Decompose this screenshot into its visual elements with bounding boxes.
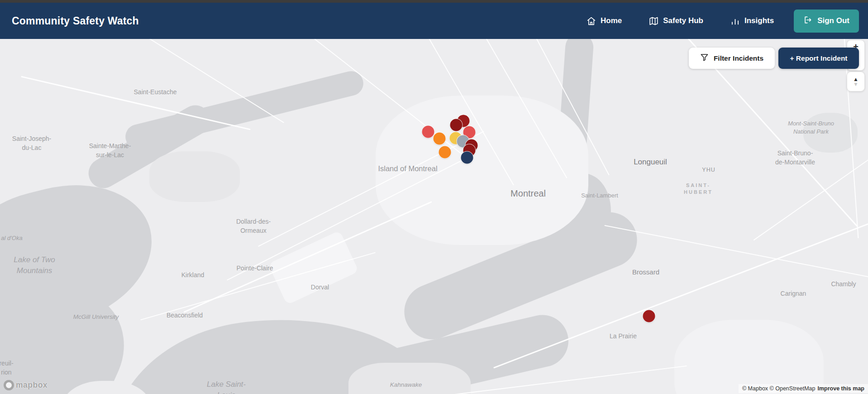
map-label-mcgill-university: McGill University	[73, 313, 119, 322]
mapbox-logo[interactable]: mapbox	[4, 380, 48, 390]
map-road	[21, 76, 250, 130]
nav-home-label: Home	[601, 16, 622, 25]
map-label-saint-hubert: SAINT-HUBERT	[684, 182, 713, 196]
report-incident-label: + Report Incident	[790, 54, 847, 62]
land-patch	[348, 363, 471, 394]
map-icon	[649, 16, 658, 26]
map-label-saint-bruno-de-montarville: Saint-Bruno-de-Montarville	[775, 149, 815, 167]
map-label-carignan: Carignan	[781, 289, 806, 298]
map-label-oka-park: al d'Oka	[1, 234, 22, 242]
map-label-kirkland: Kirkland	[181, 271, 205, 280]
map-label-brossard: Brossard	[632, 267, 659, 277]
window-top-strip	[0, 0, 868, 3]
map-label-saint-joseph-du-lac: Saint-Joseph-du-Lac	[12, 135, 51, 152]
map-attribution: © Mapbox © OpenStreetMapImprove this map	[739, 384, 868, 393]
pitch-down-icon: ▼	[853, 82, 858, 87]
map-label-pointe-claire: Pointe-Claire	[237, 264, 273, 273]
map-label-longueuil: Longueuil	[634, 157, 667, 168]
nav-home[interactable]: Home	[587, 16, 622, 26]
map-label-beaconsfield: Beaconsfield	[167, 311, 203, 320]
mapbox-logo-icon	[4, 380, 14, 390]
pitch-control[interactable]: ▲ ▼	[847, 72, 865, 91]
land-patch	[149, 151, 240, 202]
filter-incidents-button[interactable]: Filter Incidents	[689, 48, 775, 69]
funnel-icon	[700, 53, 709, 63]
map-canvas[interactable]: Saint-EustacheSaint-Joseph-du-LacSainte-…	[0, 39, 868, 394]
incident-marker[interactable]	[643, 310, 655, 322]
map-label-yhu: YHU	[702, 166, 715, 174]
logout-icon	[803, 15, 812, 27]
map-label-dollard-des-ormeaux: Dollard-des-Ormeaux	[236, 217, 271, 235]
map-label-dorval: Dorval	[311, 283, 329, 292]
attribution-links[interactable]: © Mapbox © OpenStreetMap	[742, 385, 816, 392]
nav-insights-label: Insights	[744, 16, 774, 25]
report-incident-button[interactable]: + Report Incident	[778, 48, 859, 69]
bar-chart-icon	[730, 16, 740, 26]
nav-safety-hub-label: Safety Hub	[663, 16, 703, 25]
map-label-sainte-marthe-sur-le-lac: Sainte-Marthe-sur-le-Lac	[89, 142, 131, 159]
map-road	[140, 252, 376, 321]
incident-marker[interactable]	[434, 133, 446, 145]
nav-insights[interactable]: Insights	[730, 16, 774, 26]
map-label-vaudreuil-dorion: reuil-rion	[0, 359, 14, 377]
map-label-la-prairie: La Prairie	[610, 332, 637, 341]
map-label-lake-saint-louis: Lake Saint-Louis	[207, 379, 246, 394]
map-label-island-of-montreal: Island of Montreal	[378, 163, 437, 174]
incident-marker[interactable]	[450, 119, 463, 131]
home-icon	[587, 16, 596, 26]
incident-marker[interactable]	[422, 126, 434, 138]
map-label-lake-of-two-mountains: Lake of TwoMountains	[14, 255, 55, 276]
map-label-mont-saint-bruno-park: Mont-Saint-BrunoNational Park	[788, 120, 834, 136]
land-patch	[674, 320, 824, 394]
incident-marker[interactable]	[439, 146, 451, 159]
main-nav: Home Safety Hub Insights	[587, 16, 774, 26]
map-label-saint-eustache: Saint-Eustache	[134, 88, 177, 97]
map-label-chambly: Chambly	[831, 280, 856, 289]
map-label-saint-lambert: Saint-Lambert	[581, 192, 618, 200]
nav-safety-hub[interactable]: Safety Hub	[649, 16, 703, 26]
map-label-montreal: Montreal	[510, 187, 546, 200]
app-title: Community Safety Watch	[9, 15, 139, 27]
filter-incidents-label: Filter Incidents	[714, 54, 763, 62]
incident-marker[interactable]	[461, 152, 473, 164]
sign-out-label: Sign Out	[817, 16, 849, 25]
improve-this-map-link[interactable]: Improve this map	[818, 385, 865, 392]
app-header: Community Safety Watch Home Safety Hub I…	[0, 3, 868, 39]
map-label-kahnawake: Kahnawake	[390, 381, 422, 389]
sign-out-button[interactable]: Sign Out	[794, 10, 859, 33]
mapbox-logo-word: mapbox	[16, 380, 48, 390]
